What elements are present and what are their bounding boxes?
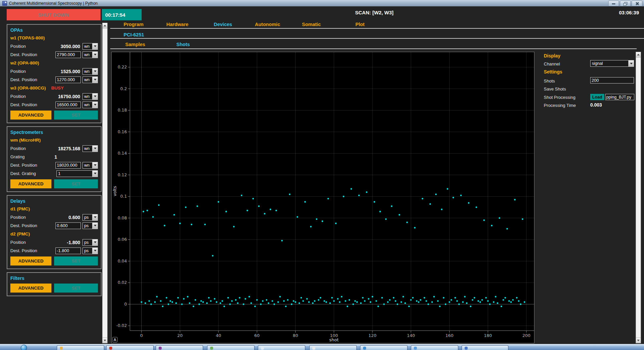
load-button[interactable]: Load <box>590 94 604 100</box>
button-row: ADVANCEDSET <box>10 283 98 293</box>
taskbar-button[interactable] <box>57 345 104 350</box>
unit-dropdown[interactable]: wn <box>83 145 98 152</box>
set-button[interactable]: SET <box>54 111 98 120</box>
advanced-button[interactable]: ADVANCED <box>10 284 51 293</box>
grating-value: 1 <box>54 154 98 160</box>
subtab-samples[interactable]: Samples <box>125 42 145 47</box>
taskbar-button[interactable] <box>411 345 458 350</box>
minimize-button[interactable] <box>608 1 619 6</box>
chevron-down-icon[interactable] <box>628 60 634 66</box>
y-tick-label: 0.14 <box>118 151 127 156</box>
chevron-down-icon[interactable] <box>92 239 98 245</box>
unit-dropdown[interactable]: ps <box>83 247 98 254</box>
position-label: Position <box>10 44 45 49</box>
chart-app-icon <box>465 347 468 350</box>
dest-position-input[interactable]: 1270.000 <box>55 76 81 83</box>
unit-dropdown[interactable]: wn <box>83 102 98 108</box>
chevron-down-icon[interactable] <box>92 68 98 74</box>
channel-select[interactable]: signal <box>590 60 634 67</box>
dest-position-input[interactable]: 18020.000 <box>55 162 81 169</box>
tab-autonomic[interactable]: Autonomic <box>255 22 280 27</box>
scroll-down-icon[interactable] <box>103 338 107 343</box>
unit-dropdown[interactable]: ps <box>83 222 98 229</box>
chevron-down-icon[interactable] <box>92 102 98 108</box>
unit-dropdown[interactable]: wn <box>83 43 98 50</box>
taskbar-button[interactable] <box>258 345 305 350</box>
grating-label: Grating <box>10 154 54 159</box>
taskbar-button[interactable] <box>156 345 203 350</box>
position-readout: 0.600 <box>45 215 83 220</box>
scroll-up-icon[interactable] <box>103 23 107 28</box>
unit-dropdown[interactable]: wn <box>83 68 98 75</box>
display-header: Display <box>544 53 560 58</box>
group-filters: FiltersADVANCEDSET <box>7 272 102 296</box>
chevron-down-icon[interactable] <box>92 171 98 177</box>
scatter-plot[interactable]: -0.0200.020.040.060.080.10.120.140.160.1… <box>112 52 534 343</box>
autoscale-button[interactable]: A <box>112 337 118 342</box>
unit-dropdown[interactable]: wn <box>83 93 98 100</box>
chevron-down-icon[interactable] <box>92 214 98 220</box>
advanced-button[interactable]: ADVANCED <box>10 256 51 266</box>
windows-taskbar[interactable] <box>0 344 644 350</box>
dest-grating-select[interactable]: 1 <box>56 170 98 177</box>
close-button[interactable] <box>632 1 642 6</box>
chevron-down-icon[interactable] <box>92 77 98 83</box>
scroll-down-icon[interactable] <box>636 338 641 343</box>
taskbar-button[interactable] <box>207 345 255 350</box>
taskbar-button[interactable] <box>360 345 408 350</box>
dest-position-input[interactable]: 0.600 <box>55 222 81 229</box>
advanced-button[interactable]: ADVANCED <box>10 179 51 188</box>
taskbar-button[interactable] <box>106 345 154 350</box>
chevron-down-icon[interactable] <box>92 223 98 229</box>
device-tab-pci6251[interactable]: PCI-6251 <box>124 32 144 37</box>
sidebar-scrollbar[interactable] <box>102 23 108 343</box>
scroll-up-icon[interactable] <box>636 52 641 57</box>
set-button[interactable]: SET <box>54 179 98 188</box>
green-app-icon <box>210 347 213 350</box>
chevron-down-icon[interactable] <box>92 146 98 152</box>
processing-script-input[interactable]: pping_BJT.py <box>605 94 634 100</box>
set-button[interactable]: SET <box>54 256 98 266</box>
tab-plot[interactable]: Plot <box>355 22 364 27</box>
chevron-down-icon[interactable] <box>92 43 98 49</box>
processing-time-label: Processing Time <box>544 103 576 108</box>
tab-somatic[interactable]: Somatic <box>302 22 321 27</box>
shots-input[interactable]: 200 <box>590 77 634 83</box>
titlebar[interactable]: Coherent Multidimensional Spectroscopy |… <box>0 0 644 6</box>
dest-position-input[interactable]: -1.800 <box>55 247 81 254</box>
unit-dropdown[interactable]: ps <box>83 214 98 221</box>
chevron-down-icon[interactable] <box>92 52 98 58</box>
y-tick-label: 0.12 <box>118 172 127 177</box>
taskbar-button[interactable] <box>462 345 508 350</box>
start-orb[interactable] <box>21 345 27 350</box>
tab-hardware[interactable]: Hardware <box>166 22 188 27</box>
tab-devices[interactable]: Devices <box>214 22 232 27</box>
position-readout: 3050.000 <box>45 44 83 49</box>
unit-dropdown-value: ps <box>83 248 92 253</box>
restore-button[interactable] <box>620 1 631 6</box>
unit-dropdown-value: wn <box>83 77 92 82</box>
unit-dropdown[interactable]: wn <box>83 162 98 169</box>
unit-dropdown[interactable]: wn <box>83 51 98 58</box>
shots-plot-panel[interactable]: -0.0200.020.040.060.080.10.120.140.160.1… <box>111 52 534 343</box>
advanced-button[interactable]: ADVANCED <box>10 111 51 120</box>
chevron-down-icon[interactable] <box>92 248 98 254</box>
subtab-shots[interactable]: Shots <box>176 42 190 47</box>
dest-position-input[interactable]: 16500.000 <box>55 102 81 108</box>
dest-position-input[interactable]: 2790.000 <box>55 51 81 58</box>
w1-topas-800-row: w1 (TOPAS-800) <box>10 34 98 42</box>
settings-scrollbar[interactable] <box>636 52 641 343</box>
chevron-down-icon[interactable] <box>92 162 98 168</box>
x-tick-label: 0 <box>140 333 143 338</box>
dest-position-row: Dest. Position-1.800ps <box>10 246 98 255</box>
unit-dropdown[interactable]: wn <box>83 76 98 83</box>
tab-program[interactable]: Program <box>124 22 144 27</box>
chevron-down-icon[interactable] <box>92 94 98 100</box>
position-row: Position-1.800ps <box>10 238 98 246</box>
taskbar-button[interactable] <box>309 345 357 350</box>
set-button[interactable]: SET <box>54 284 98 293</box>
shutdown-button[interactable]: SHUT DOWN <box>7 9 101 20</box>
unit-dropdown[interactable]: ps <box>83 239 98 246</box>
dest-grating-select-value: 1 <box>57 171 92 176</box>
save-shots-label: Save Shots <box>544 86 566 92</box>
